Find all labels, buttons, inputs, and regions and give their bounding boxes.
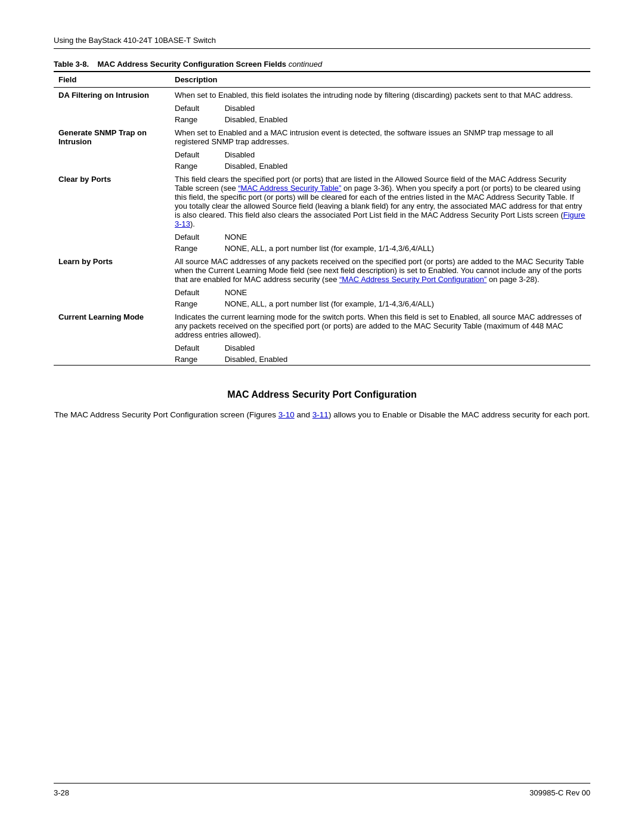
default-label: Default xyxy=(175,343,222,352)
table-row-default: Default Disabled xyxy=(54,149,590,160)
figure-3-13-link[interactable]: Figure 3-13 xyxy=(175,210,585,228)
table-row-default: Default Disabled xyxy=(54,342,590,354)
field-label: Learn by Ports xyxy=(54,254,170,287)
range-value: Disabled, Enabled xyxy=(225,115,288,124)
field-description: This field clears the specified port (or… xyxy=(170,172,590,231)
page: Using the BayStack 410-24T 10BASE-T Swit… xyxy=(0,0,644,833)
range-value: NONE, ALL, a port number list (for examp… xyxy=(225,299,434,308)
range-label: Range xyxy=(175,162,222,171)
mac-section-body: The MAC Address Security Port Configurat… xyxy=(54,408,590,422)
mac-section-body-part3: ) allows you to Enable or Disable the MA… xyxy=(329,410,590,419)
table-row-range: Range Disabled, Enabled xyxy=(54,160,590,172)
range-label: Range xyxy=(175,115,222,124)
table-number: Table 3-8. xyxy=(54,60,89,69)
range-label: Range xyxy=(175,299,222,308)
default-value: NONE xyxy=(225,233,247,241)
mac-section-body-part2: and xyxy=(295,410,312,419)
default-value: Disabled xyxy=(225,150,255,159)
figure-3-10-link[interactable]: 3-10 xyxy=(278,410,295,419)
header-line: Using the BayStack 410-24T 10BASE-T Swit… xyxy=(54,36,590,49)
field-label: DA Filtering on Intrusion xyxy=(54,88,170,103)
table-row: DA Filtering on Intrusion When set to En… xyxy=(54,88,590,103)
footer-left: 3-28 xyxy=(54,788,69,797)
table-row-range-last: Range Disabled, Enabled xyxy=(54,354,590,366)
default-value: Disabled xyxy=(225,343,255,352)
table-row-range: Range NONE, ALL, a port number list (for… xyxy=(54,298,590,309)
footer-right: 309985-C Rev 00 xyxy=(530,788,590,797)
header-text: Using the BayStack 410-24T 10BASE-T Swit… xyxy=(54,36,216,45)
default-label: Default xyxy=(175,288,222,297)
figure-3-11-link[interactable]: 3-11 xyxy=(312,410,329,419)
field-label: Clear by Ports xyxy=(54,172,170,231)
mac-address-security-port-config-link[interactable]: “MAC Address Security Port Configuration… xyxy=(339,275,487,284)
col-field-header: Field xyxy=(54,72,170,88)
field-description: When set to Enabled, this field isolates… xyxy=(170,88,590,103)
table-row-default: Default NONE xyxy=(54,231,590,243)
mac-address-security-table-link[interactable]: “MAC Address Security Table” xyxy=(238,184,341,193)
field-description: When set to Enabled and a MAC intrusion … xyxy=(170,125,590,149)
table-row-range: Range Disabled, Enabled xyxy=(54,114,590,125)
table-row-default: Default Disabled xyxy=(54,103,590,114)
table-caption: Table 3-8. MAC Address Security Configur… xyxy=(54,60,590,69)
range-value: Disabled, Enabled xyxy=(225,355,288,364)
table-row-range: Range NONE, ALL, a port number list (for… xyxy=(54,243,590,254)
range-label: Range xyxy=(175,244,222,253)
field-label: Generate SNMP Trap on Intrusion xyxy=(54,125,170,149)
range-value: NONE, ALL, a port number list (for examp… xyxy=(225,244,434,253)
table-row: Learn by Ports All source MAC addresses … xyxy=(54,254,590,287)
range-label: Range xyxy=(175,355,222,364)
mac-section: MAC Address Security Port Configuration … xyxy=(54,383,590,422)
default-label: Default xyxy=(175,233,222,241)
field-label: Current Learning Mode xyxy=(54,309,170,342)
table-row-default: Default NONE xyxy=(54,287,590,298)
mac-section-body-part1: The MAC Address Security Port Configurat… xyxy=(54,410,278,419)
main-table: Field Description DA Filtering on Intrus… xyxy=(54,71,590,366)
default-value: Disabled xyxy=(225,104,255,113)
table-header-row: Field Description xyxy=(54,72,590,88)
table-title: MAC Address Security Configuration Scree… xyxy=(97,60,286,69)
table-row: Clear by Ports This field clears the spe… xyxy=(54,172,590,231)
field-description: All source MAC addresses of any packets … xyxy=(170,254,590,287)
range-value: Disabled, Enabled xyxy=(225,162,288,171)
table-row: Generate SNMP Trap on Intrusion When set… xyxy=(54,125,590,149)
default-value: NONE xyxy=(225,288,247,297)
footer: 3-28 309985-C Rev 00 xyxy=(54,783,590,797)
col-desc-header: Description xyxy=(170,72,590,88)
table-row: Current Learning Mode Indicates the curr… xyxy=(54,309,590,342)
mac-section-heading: MAC Address Security Port Configuration xyxy=(54,389,590,400)
default-label: Default xyxy=(175,104,222,113)
field-description: Indicates the current learning mode for … xyxy=(170,309,590,342)
default-label: Default xyxy=(175,150,222,159)
table-title-suffix: continued xyxy=(289,60,322,69)
